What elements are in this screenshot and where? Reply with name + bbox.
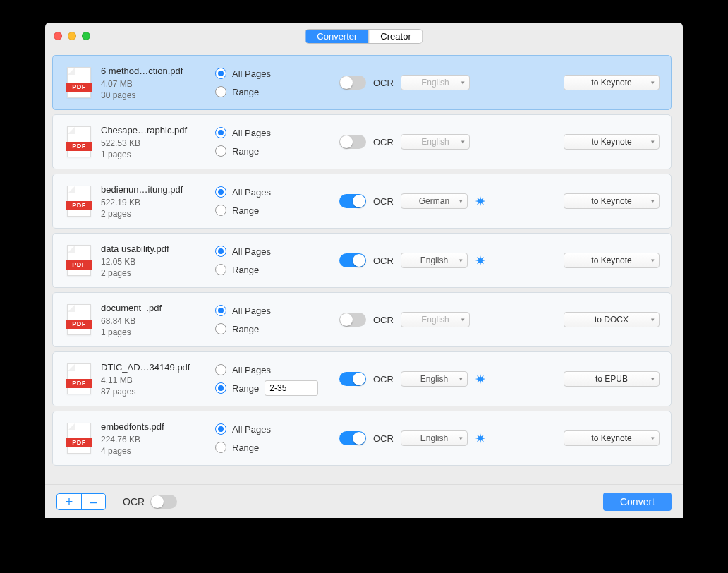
output-format-group: to Keynote▾	[564, 430, 660, 446]
ocr-switch[interactable]	[339, 431, 366, 445]
range-radio[interactable]	[215, 382, 226, 394]
all-pages-radio[interactable]	[215, 127, 226, 138]
output-format-select[interactable]: to Keynote▾	[564, 253, 660, 268]
ocr-label: OCR	[373, 255, 394, 266]
ocr-label: OCR	[373, 315, 394, 325]
convert-button[interactable]: Convert	[603, 493, 672, 511]
remove-file-button[interactable]: –	[81, 494, 105, 509]
output-format-select[interactable]: to Keynote▾	[564, 430, 660, 446]
file-row[interactable]: PDFdocument_.pdf68.84 KB1 pagesAll Pages…	[52, 292, 672, 347]
output-format-select[interactable]: to Keynote▾	[564, 75, 660, 90]
gear-icon[interactable]: ✷	[475, 253, 486, 269]
chevron-down-icon: ▾	[651, 138, 655, 145]
pdf-badge: PDF	[66, 260, 92, 270]
file-info: document_.pdf68.84 KB1 pages	[101, 303, 205, 337]
all-pages-label: All Pages	[232, 68, 271, 79]
page-range-group: All PagesRange	[215, 183, 329, 219]
range-radio[interactable]	[215, 323, 226, 334]
file-info: data usability.pdf12.05 KB2 pages	[101, 243, 205, 278]
ocr-switch[interactable]	[339, 313, 366, 327]
ocr-label: OCR	[373, 433, 394, 444]
range-radio[interactable]	[215, 205, 226, 216]
ocr-language-select[interactable]: English▾	[401, 75, 470, 90]
add-file-button[interactable]: +	[57, 494, 81, 509]
file-name: bedienun…itung.pdf	[101, 184, 205, 195]
file-row[interactable]: PDFembedfonts.pdf224.76 KB4 pagesAll Pag…	[52, 411, 672, 466]
file-pages: 4 pages	[101, 446, 205, 456]
pdf-badge: PDF	[66, 320, 92, 329]
ocr-language-select[interactable]: German▾	[401, 193, 468, 209]
file-size: 522.19 KB	[101, 198, 205, 207]
ocr-switch[interactable]	[339, 253, 366, 267]
range-label: Range	[232, 146, 259, 157]
file-row[interactable]: PDFDTIC_AD…34149.pdf4.11 MB87 pagesAll P…	[52, 351, 672, 406]
ocr-switch[interactable]	[339, 372, 366, 386]
output-format-select[interactable]: to DOCX▾	[564, 312, 660, 327]
ocr-language-select[interactable]: English▾	[401, 430, 468, 446]
ocr-language-value: English	[420, 433, 448, 443]
page-range-group: All PagesRange	[215, 420, 329, 457]
ocr-switch[interactable]	[339, 76, 366, 90]
all-pages-radio[interactable]	[215, 305, 226, 316]
gear-icon[interactable]: ✷	[475, 430, 486, 447]
all-pages-label: All Pages	[232, 365, 271, 375]
output-format-select[interactable]: to Keynote▾	[564, 134, 660, 150]
chevron-down-icon: ▾	[461, 316, 465, 323]
pdf-file-icon: PDF	[67, 423, 91, 454]
file-row[interactable]: PDFdata usability.pdf12.05 KB2 pagesAll …	[52, 233, 672, 288]
ocr-group: OCREnglish▾✷	[339, 371, 486, 387]
file-size: 4.07 MB	[101, 79, 205, 89]
ocr-language-value: English	[420, 255, 448, 265]
all-pages-radio[interactable]	[215, 246, 226, 257]
pdf-file-icon: PDF	[67, 245, 91, 276]
global-ocr-label: OCR	[123, 496, 145, 507]
all-pages-label: All Pages	[232, 424, 271, 435]
file-row[interactable]: PDF6 method…ction.pdf4.07 MB30 pagesAll …	[52, 55, 672, 110]
range-radio[interactable]	[215, 145, 226, 157]
file-info: Chesape…raphic.pdf522.53 KB1 pages	[101, 125, 205, 159]
tab-creator[interactable]: Creator	[368, 30, 422, 43]
global-ocr-switch[interactable]	[150, 495, 177, 509]
output-format-select[interactable]: to Keynote▾	[564, 193, 660, 209]
close-window-button[interactable]	[54, 32, 62, 40]
range-input[interactable]	[265, 380, 318, 396]
output-format-select[interactable]: to EPUB▾	[564, 371, 660, 387]
ocr-language-select[interactable]: English▾	[401, 253, 468, 268]
output-format-group: to Keynote▾	[564, 75, 660, 90]
output-format-value: to Keynote	[591, 196, 631, 206]
ocr-language-select[interactable]: English▾	[401, 371, 468, 387]
ocr-label: OCR	[373, 196, 394, 207]
output-format-group: to EPUB▾	[564, 371, 660, 387]
file-size: 224.76 KB	[101, 435, 205, 445]
ocr-switch[interactable]	[339, 194, 366, 208]
window-controls	[54, 32, 90, 40]
range-radio[interactable]	[215, 86, 226, 97]
zoom-window-button[interactable]	[82, 32, 90, 40]
all-pages-radio[interactable]	[215, 364, 226, 375]
ocr-language-select[interactable]: English▾	[401, 312, 470, 327]
page-range-group: All PagesRange	[215, 301, 329, 338]
ocr-language-select[interactable]: English▾	[401, 134, 470, 150]
file-pages: 1 pages	[101, 327, 205, 337]
chevron-down-icon: ▾	[459, 375, 463, 382]
output-format-value: to DOCX	[595, 315, 629, 325]
gear-icon[interactable]: ✷	[475, 371, 486, 387]
file-row[interactable]: PDFbedienun…itung.pdf522.19 KB2 pagesAll…	[52, 174, 672, 229]
all-pages-radio[interactable]	[215, 423, 226, 435]
file-row[interactable]: PDFChesape…raphic.pdf522.53 KB1 pagesAll…	[52, 114, 672, 169]
range-radio[interactable]	[215, 442, 226, 453]
range-radio[interactable]	[215, 264, 226, 275]
pdf-badge: PDF	[66, 201, 92, 210]
file-name: 6 method…ction.pdf	[101, 66, 205, 76]
output-format-value: to EPUB	[595, 374, 628, 384]
output-format-value: to Keynote	[591, 433, 631, 443]
range-label: Range	[232, 87, 259, 97]
ocr-group: OCREnglish▾✷	[339, 430, 486, 447]
all-pages-radio[interactable]	[215, 186, 226, 198]
tab-converter[interactable]: Converter	[305, 30, 368, 43]
minimize-window-button[interactable]	[68, 32, 76, 40]
ocr-switch[interactable]	[339, 135, 366, 149]
all-pages-radio[interactable]	[215, 68, 226, 79]
ocr-group: OCREnglish▾	[339, 134, 486, 150]
gear-icon[interactable]: ✷	[475, 193, 486, 210]
